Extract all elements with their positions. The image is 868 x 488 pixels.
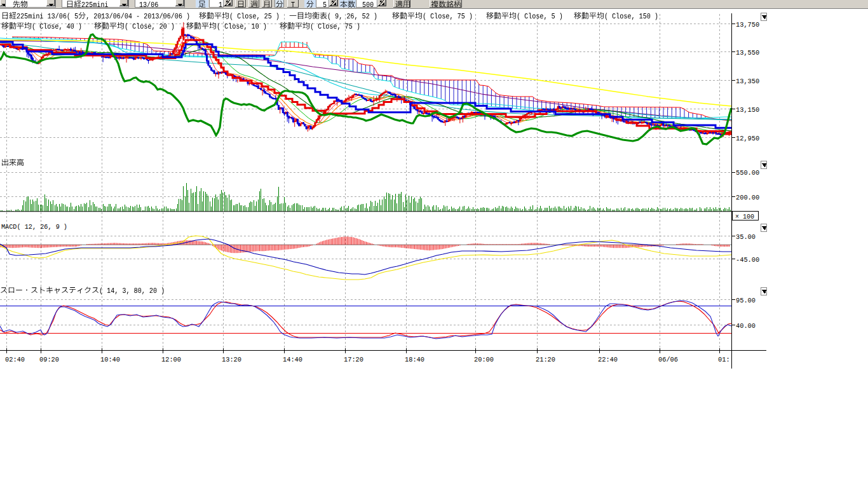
svg-text:22:40: 22:40	[598, 355, 618, 363]
svg-text:17:20: 17:20	[344, 355, 363, 363]
svg-text:13:20: 13:20	[222, 355, 241, 363]
svg-text:01:: 01:	[718, 355, 730, 363]
svg-text:20:00: 20:00	[474, 355, 494, 363]
svg-text:10:40: 10:40	[100, 355, 120, 363]
svg-text:200.00: 200.00	[736, 193, 759, 201]
svg-text:18:40: 18:40	[405, 355, 424, 363]
svg-text:12:00: 12:00	[161, 355, 181, 363]
svg-text:21:20: 21:20	[536, 355, 555, 363]
svg-text:× 100: × 100	[735, 213, 754, 220]
svg-text:13,150: 13,150	[736, 105, 759, 114]
svg-text:06/06: 06/06	[658, 355, 678, 363]
svg-text:13,550: 13,550	[736, 48, 759, 57]
svg-text:02:40: 02:40	[5, 355, 25, 363]
svg-text:14:40: 14:40	[283, 355, 302, 363]
svg-text:13,750: 13,750	[736, 20, 759, 29]
svg-text:-45.00: -45.00	[736, 255, 759, 264]
svg-text:35.00: 35.00	[736, 233, 756, 241]
svg-text:MACD( 12, 26, 9 ): MACD( 12, 26, 9 )	[1, 222, 67, 231]
svg-text:95.00: 95.00	[736, 296, 756, 304]
svg-text:550.00: 550.00	[736, 168, 759, 177]
svg-text:40.00: 40.00	[736, 322, 756, 330]
svg-text:09:20: 09:20	[39, 355, 59, 363]
svg-text:12,950: 12,950	[736, 134, 759, 142]
svg-text:13,350: 13,350	[736, 77, 759, 85]
